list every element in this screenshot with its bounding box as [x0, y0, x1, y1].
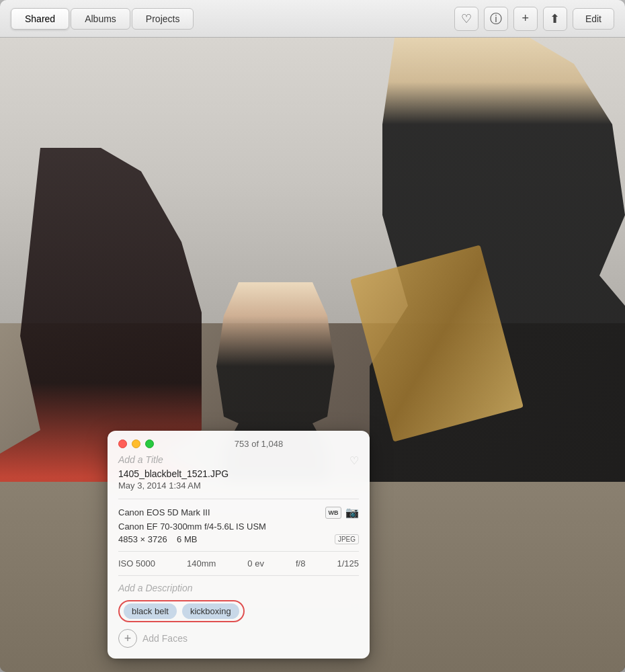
dimensions-size: 4853 × 3726 6 MB [118, 534, 197, 544]
exposure-value: 0 ev [247, 558, 264, 569]
format-badge: JPEG [335, 534, 359, 544]
camera-icons: WB 📷 [325, 506, 359, 519]
lens-name: Canon EF 70-300mm f/4-5.6L IS USM [118, 521, 359, 532]
focal-length-value: 140mm [187, 558, 216, 569]
toolbar-actions: ♡ ⓘ + ⬆ Edit [454, 7, 614, 31]
photo-counter: 753 of 1,048 [159, 439, 359, 449]
divider-1 [118, 499, 359, 499]
size-row: 4853 × 3726 6 MB JPEG [118, 534, 359, 544]
traffic-lights-row: 753 of 1,048 [108, 431, 370, 454]
info-icon: ⓘ [490, 11, 502, 27]
divider-2 [118, 551, 359, 552]
panel-heart-button[interactable]: ♡ [349, 454, 359, 467]
add-faces-label: Add Faces [142, 633, 188, 644]
heart-icon: ♡ [461, 11, 472, 26]
panel-header: Add a Title ♡ [118, 454, 359, 467]
close-button[interactable] [118, 439, 127, 448]
heart-button[interactable]: ♡ [454, 7, 478, 31]
add-description-placeholder[interactable]: Add a Description [118, 583, 359, 593]
filename: 1405_blackbelt_1521.JPG [118, 468, 359, 479]
tab-group: Shared Albums Projects [11, 8, 194, 30]
add-button[interactable]: + [513, 7, 538, 31]
plus-icon: + [522, 11, 530, 26]
wb-badge: WB [325, 507, 341, 519]
tag-chip-black-belt[interactable]: black belt [124, 603, 177, 619]
add-faces-button[interactable]: + [118, 629, 137, 648]
panel-content: Add a Title ♡ 1405_blackbelt_1521.JPG Ma… [108, 454, 370, 659]
info-panel: 753 of 1,048 Add a Title ♡ 1405_blackbel… [108, 431, 370, 659]
tab-projects[interactable]: Projects [132, 8, 194, 30]
info-button[interactable]: ⓘ [484, 7, 508, 31]
share-button[interactable]: ⬆ [543, 7, 567, 31]
maximize-button[interactable] [145, 439, 154, 448]
add-title-placeholder[interactable]: Add a Title [118, 454, 163, 465]
camera-name: Canon EOS 5D Mark III [118, 507, 210, 517]
tags-container: black belt kickboxing [118, 600, 359, 622]
toolbar: Shared Albums Projects ♡ ⓘ + ⬆ Edit [0, 0, 625, 38]
tab-albums[interactable]: Albums [71, 8, 130, 30]
tag-chip-kickboxing[interactable]: kickboxing [182, 603, 239, 619]
camera-icon: 📷 [345, 506, 359, 519]
iso-value: ISO 5000 [118, 558, 155, 569]
main-window: Shared Albums Projects ♡ ⓘ + ⬆ Edit [0, 0, 625, 672]
tags-oval-group: black belt kickboxing [118, 600, 245, 622]
file-size: 6 MB [177, 534, 197, 544]
file-date: May 3, 2014 1:34 AM [118, 480, 359, 491]
divider-3 [118, 575, 359, 576]
add-faces-row: + Add Faces [118, 629, 359, 648]
edit-button[interactable]: Edit [573, 8, 614, 30]
photo-area: 753 of 1,048 Add a Title ♡ 1405_blackbel… [0, 38, 625, 672]
add-faces-plus-icon: + [124, 632, 132, 644]
camera-row: Canon EOS 5D Mark III WB 📷 [118, 506, 359, 519]
exif-row: ISO 5000 140mm 0 ev f/8 1/125 [118, 558, 359, 569]
dimensions: 4853 × 3726 [118, 534, 167, 544]
tab-shared[interactable]: Shared [11, 8, 69, 30]
shutter-value: 1/125 [337, 558, 359, 569]
aperture-value: f/8 [296, 558, 305, 569]
minimize-button[interactable] [132, 439, 140, 448]
share-icon: ⬆ [550, 11, 560, 26]
